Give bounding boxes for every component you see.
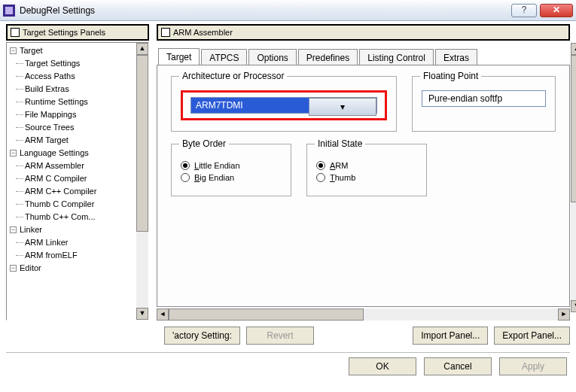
tree-category[interactable]: −Language Settings xyxy=(8,147,148,160)
app-icon xyxy=(3,5,15,17)
revert-button[interactable]: Revert xyxy=(246,327,314,345)
radio-arm[interactable]: ARM xyxy=(316,161,417,170)
tree-item[interactable]: Source Trees xyxy=(8,121,148,134)
scroll-right-icon[interactable]: ► xyxy=(558,308,570,321)
export-panel-button[interactable]: Export Panel... xyxy=(494,327,570,345)
scroll-down-icon[interactable]: ▼ xyxy=(571,300,576,312)
close-button[interactable]: ✕ xyxy=(540,4,573,17)
tab-atpcs[interactable]: ATPCS xyxy=(201,49,247,65)
panel-box-icon xyxy=(161,28,170,37)
tree-item[interactable]: Runtime Settings xyxy=(8,96,148,108)
tree-item[interactable]: ARM fromELF xyxy=(8,249,148,262)
scroll-up-icon[interactable]: ▲ xyxy=(571,43,576,55)
separator xyxy=(6,352,570,353)
tree-item[interactable]: Build Extras xyxy=(8,83,148,96)
groupbox-initial-state: Initial State ARMThumb xyxy=(306,144,427,196)
floating-point-value[interactable]: Pure-endian softfp xyxy=(422,90,546,107)
groupbox-legend: Initial State xyxy=(315,138,365,149)
cancel-button[interactable]: Cancel xyxy=(424,357,492,375)
scroll-thumb[interactable] xyxy=(571,55,576,202)
titlebar: DebugRel Settings ? ✕ xyxy=(0,0,576,21)
content-scrollbar[interactable]: ▲ ▼ xyxy=(571,43,576,312)
ok-button[interactable]: OK xyxy=(349,357,416,375)
radio-label: Big Endian xyxy=(194,173,234,182)
expand-icon[interactable]: − xyxy=(10,47,17,54)
tab-bar: TargetATPCSOptionsPredefinesListing Cont… xyxy=(158,47,570,65)
left-panel-header: Target Settings Panels xyxy=(6,24,149,41)
tab-target[interactable]: Target xyxy=(158,48,200,65)
window-title: DebugRel Settings xyxy=(20,5,508,16)
tree-item[interactable]: ARM Assembler xyxy=(8,160,148,172)
tree-item[interactable]: ARM Linker xyxy=(8,236,148,249)
tree-scrollbar[interactable]: ▲ ▼ xyxy=(136,43,148,320)
radio-little-endian[interactable]: Little Endian xyxy=(181,161,282,170)
tree-item[interactable]: Access Paths xyxy=(8,70,148,83)
radio-label: Little Endian xyxy=(194,161,240,170)
radio-thumb[interactable]: Thumb xyxy=(316,173,417,182)
architecture-value: ARM7TDMI xyxy=(191,98,309,113)
expand-icon[interactable]: − xyxy=(10,226,17,233)
tree-category[interactable]: −Editor xyxy=(8,262,148,275)
groupbox-architecture: Architecture or Processor ARM7TDMI ▾ xyxy=(171,76,397,132)
radio-label: Thumb xyxy=(330,173,355,182)
tree-item[interactable]: Target Settings xyxy=(8,57,148,70)
architecture-combobox[interactable]: ARM7TDMI ▾ xyxy=(190,97,377,114)
tree-item[interactable]: ARM Target xyxy=(8,134,148,147)
scroll-thumb[interactable] xyxy=(169,308,364,321)
radio-icon xyxy=(316,161,325,170)
tab-extras[interactable]: Extras xyxy=(435,49,477,65)
expand-icon[interactable]: − xyxy=(10,150,17,156)
tree-label: Language Settings xyxy=(20,147,89,160)
settings-tree[interactable]: −TargetTarget SettingsAccess PathsBuild … xyxy=(6,42,149,321)
groupbox-legend: Architecture or Processor xyxy=(179,71,287,81)
scroll-up-icon[interactable]: ▲ xyxy=(136,43,148,55)
import-panel-button[interactable]: Import Panel... xyxy=(413,327,488,345)
radio-icon xyxy=(316,173,325,182)
groupbox-legend: Byte Order xyxy=(179,138,229,149)
expand-icon[interactable]: − xyxy=(10,265,17,272)
right-panel-title: ARM Assembler xyxy=(173,28,233,37)
tab-listing-control[interactable]: Listing Control xyxy=(359,49,434,65)
scroll-thumb[interactable] xyxy=(136,55,148,232)
tree-item[interactable]: File Mappings xyxy=(8,108,148,121)
tree-item[interactable]: Thumb C Compiler xyxy=(8,198,148,211)
tree-category[interactable]: −Target xyxy=(8,44,148,57)
tree-label: Linker xyxy=(20,223,42,236)
radio-icon xyxy=(181,161,190,170)
groupbox-byte-order: Byte Order Little EndianBig Endian xyxy=(171,144,291,196)
apply-button[interactable]: Apply xyxy=(499,357,567,375)
tree-item[interactable]: ARM C Compiler xyxy=(8,172,148,185)
radio-label: ARM xyxy=(330,161,348,170)
tab-predefines[interactable]: Predefines xyxy=(298,49,358,65)
factory-settings-button[interactable]: 'actory Setting: xyxy=(164,327,240,345)
tab-options[interactable]: Options xyxy=(248,49,296,65)
right-panel-header: ARM Assembler xyxy=(157,24,570,41)
panel-box-icon xyxy=(11,28,20,37)
left-panel-title: Target Settings Panels xyxy=(23,28,105,37)
radio-icon xyxy=(181,173,190,182)
content-hscrollbar[interactable]: ◄ ► xyxy=(157,308,570,321)
chevron-down-icon[interactable]: ▾ xyxy=(309,98,376,116)
groupbox-legend: Floating Point xyxy=(420,71,481,81)
scroll-down-icon[interactable]: ▼ xyxy=(136,308,148,320)
tab-content: Architecture or Processor ARM7TDMI ▾ Flo… xyxy=(157,65,570,307)
tree-item[interactable]: ARM C++ Compiler xyxy=(8,185,148,198)
highlight-box: ARM7TDMI ▾ xyxy=(181,90,387,120)
tree-category[interactable]: −Linker xyxy=(8,223,148,236)
help-button[interactable]: ? xyxy=(511,4,537,17)
tree-label: Target xyxy=(20,44,43,57)
tree-item[interactable]: Thumb C++ Com... xyxy=(8,211,148,223)
scroll-left-icon[interactable]: ◄ xyxy=(157,308,169,321)
radio-big-endian[interactable]: Big Endian xyxy=(181,173,282,182)
groupbox-floating-point: Floating Point Pure-endian softfp xyxy=(412,76,556,132)
tree-label: Editor xyxy=(20,262,41,275)
